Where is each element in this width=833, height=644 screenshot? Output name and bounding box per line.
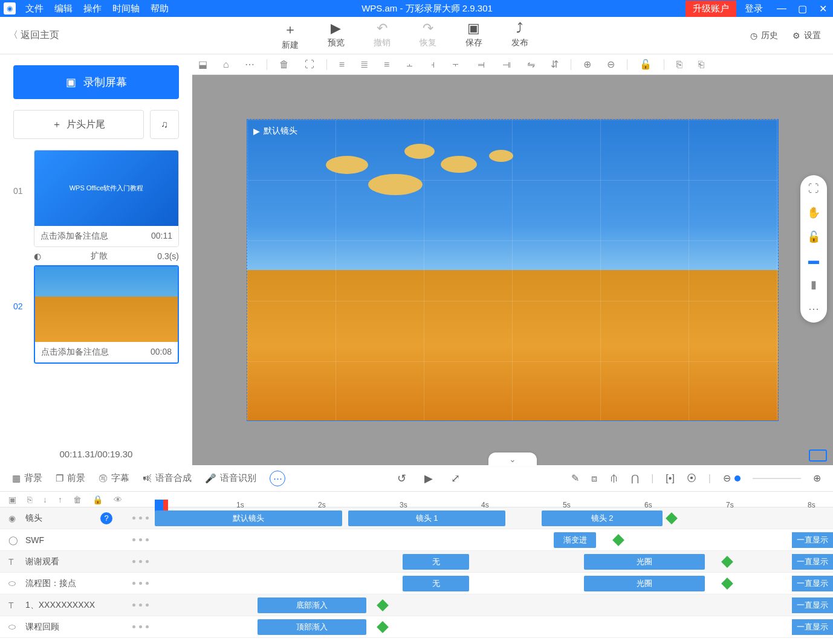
tab-语音合成[interactable]: 🕬 语音合成 [143,472,192,484]
delete-icon[interactable]: 🗑 [279,59,289,70]
clip[interactable]: 顶部渐入 [258,619,366,635]
music-button[interactable]: ♫ [150,110,179,139]
bounds-icon[interactable]: [•] [666,473,675,484]
login-button[interactable]: 登录 [736,3,771,14]
layer-icon[interactable]: ⬓ [198,59,207,70]
scene-note[interactable]: 点击添加备注信息 [41,347,109,358]
menu-时间轴[interactable]: 时间轴 [112,3,140,14]
track-label[interactable]: ⬭课程回顾 [0,622,155,633]
clip[interactable]: 默认镜头 [155,510,342,526]
always-show-clip[interactable]: 一直显示 [792,619,833,635]
fullscreen-icon[interactable]: ⛶ [800,182,827,195]
always-show-clip[interactable]: 一直显示 [792,597,833,613]
settings-button[interactable]: ⚙ 设置 [792,30,821,41]
expand-icon[interactable]: ⤢ [451,472,460,485]
keyframe-icon[interactable] [721,578,733,590]
magnet-icon[interactable]: ⋂ [631,472,639,484]
track-label[interactable]: ◯SWF [0,535,155,545]
tool-发布[interactable]: ⤴发布 [511,21,528,51]
tab-语音识别[interactable]: 🎤 语音识别 [205,472,256,484]
flip-v-icon[interactable]: ⇵ [551,59,559,70]
track-label[interactable]: T谢谢观看 [0,556,155,567]
zoom-in-track-icon[interactable]: ⊕ [813,472,821,484]
tabs-more-icon[interactable]: ⋯ [270,471,285,486]
always-show-clip[interactable]: 一直显示 [792,554,833,570]
zoom-out-icon[interactable]: ⊖ [607,59,615,70]
align-center-icon[interactable]: ≣ [360,59,368,70]
always-show-clip[interactable]: 一直显示 [792,532,833,548]
tab-前景[interactable]: ❐ 前景 [56,472,85,484]
clip[interactable]: 镜头 1 [348,510,505,526]
clip[interactable]: 底部渐入 [258,597,366,613]
menu-文件[interactable]: 文件 [25,3,44,14]
lock-icon[interactable]: 🔓 [640,59,652,70]
keyframe-icon[interactable] [666,512,678,524]
clip[interactable]: 光圈 [584,554,705,570]
history-button[interactable]: ◷ 历史 [750,30,778,41]
flip-h-icon[interactable]: ⇋ [527,59,535,70]
more-icon[interactable]: ⋯ [245,59,254,70]
menu-帮助[interactable]: 帮助 [151,3,169,14]
canvas-frame[interactable]: ▶ 默认镜头 [247,119,779,421]
scene-note[interactable]: 点击添加备注信息 [41,231,108,242]
tool-预览[interactable]: ▶预览 [328,21,345,51]
tool-保存[interactable]: ▣保存 [465,21,482,51]
desktop-view-icon[interactable]: ▬ [800,254,827,267]
maximize-button[interactable]: ▢ [792,3,812,14]
track-label[interactable]: ◉镜头? [0,513,155,524]
track-content[interactable]: 渐变进一直显示 [155,529,833,550]
always-show-clip[interactable]: 一直显示 [792,576,833,591]
up-icon[interactable]: ↑ [58,495,62,504]
keyframe-icon[interactable] [377,599,389,611]
unlock-icon[interactable]: 🔓 [800,230,827,243]
play-trans-icon[interactable]: ◐ [34,251,41,261]
upgrade-button[interactable]: 升级账户 [686,1,736,17]
keyframe-icon[interactable] [377,621,389,633]
split-icon[interactable]: ⧈ [591,473,597,484]
track-label[interactable]: T1、XXXXXXXXXX [0,600,155,611]
toggle-icon[interactable]: ⦿ [687,473,696,484]
transition-row[interactable]: ◐扩散0.3(s) [13,247,179,265]
tab-字幕[interactable]: ㊢ 字幕 [99,472,129,484]
keyframe-icon[interactable] [721,556,733,568]
clip[interactable]: 无 [403,576,469,591]
menu-操作[interactable]: 操作 [83,3,102,14]
close-button[interactable]: ✕ [812,3,833,14]
dist-v-icon[interactable]: ⫣ [502,59,511,70]
home-icon[interactable]: ⌂ [223,59,229,70]
head-tail-button[interactable]: ＋ 片头片尾 [13,110,144,139]
clip[interactable]: 无 [403,554,469,570]
scene-card-02[interactable]: 点击添加备注信息00:08 [34,265,179,364]
track-content[interactable]: 底部渐入一直显示 [155,594,833,616]
down-icon[interactable]: ↓ [43,495,47,504]
copy-icon[interactable]: ⎘ [676,59,682,70]
tab-背景[interactable]: ▦ 背景 [12,472,42,484]
align-middle-icon[interactable]: ⫞ [430,59,435,70]
track-content[interactable]: 顶部渐入一直显示 [155,616,833,637]
clip[interactable]: 光圈 [584,576,705,591]
track-content[interactable]: 无光圈一直显示 [155,573,833,594]
filter-icon[interactable]: ⫛ [609,473,619,484]
align-bottom-icon[interactable]: ⫟ [451,59,461,70]
tool-新建[interactable]: ＋新建 [282,21,299,51]
collapse-handle[interactable]: ⌄ [488,452,537,466]
rewind-icon[interactable]: ↺ [397,472,406,485]
track-content[interactable]: 无光圈一直显示 [155,551,833,572]
folder-icon[interactable]: ⎘ [27,495,32,504]
paste-icon[interactable]: ⎗ [698,59,704,70]
lock-track-icon[interactable]: 🔒 [92,495,103,504]
back-button[interactable]: 〈 返回主页 [8,29,59,42]
help-icon[interactable]: ? [100,512,112,524]
align-right-icon[interactable]: ≡ [384,59,389,70]
mobile-view-icon[interactable]: ▮ [800,278,827,291]
minimize-button[interactable]: — [771,3,792,14]
more-view-icon[interactable]: ⋯ [800,302,827,315]
menu-编辑[interactable]: 编辑 [54,3,73,14]
keyframe-icon[interactable] [612,534,624,546]
play-icon[interactable]: ▶ [424,472,433,485]
clip[interactable]: 镜头 2 [542,510,663,526]
zoom-out-track-icon[interactable]: ⊖ [723,472,731,484]
trash-icon[interactable]: 🗑 [73,495,82,504]
edit-track-icon[interactable]: ✎ [571,472,579,484]
crop-icon[interactable]: ⛶ [305,59,314,70]
